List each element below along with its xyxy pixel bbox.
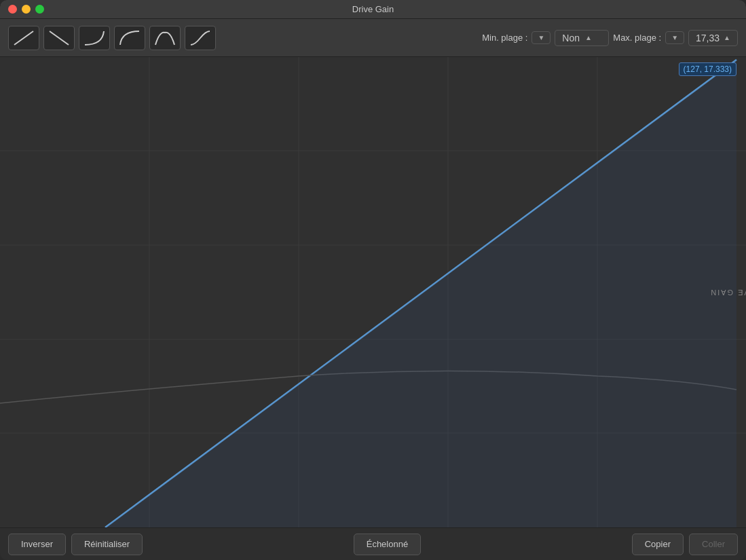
max-plage-value-display[interactable]: 17,33 ▲	[688, 30, 738, 46]
max-plage-label: Max. plage :	[613, 33, 661, 43]
window-controls	[8, 5, 44, 14]
coller-button[interactable]: Coller	[689, 534, 738, 555]
chart-vertical-label: DRIVE GAIN	[709, 288, 746, 297]
inverser-button[interactable]: Inverser	[8, 534, 66, 555]
chart-svg	[0, 57, 746, 527]
window-title: Drive Gain	[352, 4, 394, 14]
close-button[interactable]	[8, 5, 17, 14]
curve-s-button[interactable]	[185, 26, 216, 50]
reinitialiser-button[interactable]: Réinitialiser	[71, 534, 143, 555]
max-plage-dropdown[interactable]: ▼	[665, 31, 684, 44]
min-plage-label: Min. plage :	[482, 33, 527, 43]
bottombar: Inverser Réinitialiser Échelonné Copier …	[0, 527, 746, 560]
chevron-down-icon: ▼	[538, 34, 544, 41]
chevron-up-icon: ▲	[724, 34, 730, 41]
maximize-button[interactable]	[35, 5, 44, 14]
copier-button[interactable]: Copier	[632, 534, 684, 555]
center-spacer: Échelonné	[148, 534, 627, 555]
non-dropdown-button[interactable]: Non ▲	[555, 30, 609, 46]
non-value: Non	[562, 33, 580, 43]
chevron-down-icon: ▼	[671, 34, 678, 41]
curve-linear-down-button[interactable]	[43, 26, 75, 50]
chart-area[interactable]: (127, 17.333) DRIVE GAIN	[0, 57, 746, 527]
toolbar: Min. plage : ▼ Non ▲ Max. plage : ▼ 17,3…	[0, 19, 746, 57]
curve-linear-up-button[interactable]	[8, 26, 39, 50]
max-plage-control: Max. plage : ▼	[613, 31, 684, 44]
echelonne-button[interactable]: Échelonné	[354, 534, 421, 555]
svg-marker-10	[105, 60, 736, 527]
max-plage-value: 17,33	[696, 33, 720, 43]
curve-bell-button[interactable]	[149, 26, 181, 50]
svg-line-9	[105, 60, 736, 527]
min-plage-control: Min. plage : ▼	[482, 31, 551, 44]
min-plage-dropdown[interactable]: ▼	[531, 31, 551, 44]
chevron-up-icon: ▲	[585, 34, 592, 41]
curve-ease-in-button[interactable]	[79, 26, 110, 50]
svg-rect-0	[0, 57, 746, 527]
chart-tooltip: (127, 17.333)	[679, 62, 736, 76]
minimize-button[interactable]	[22, 5, 31, 14]
titlebar: Drive Gain	[0, 0, 746, 19]
curve-ease-out-button[interactable]	[114, 26, 145, 50]
